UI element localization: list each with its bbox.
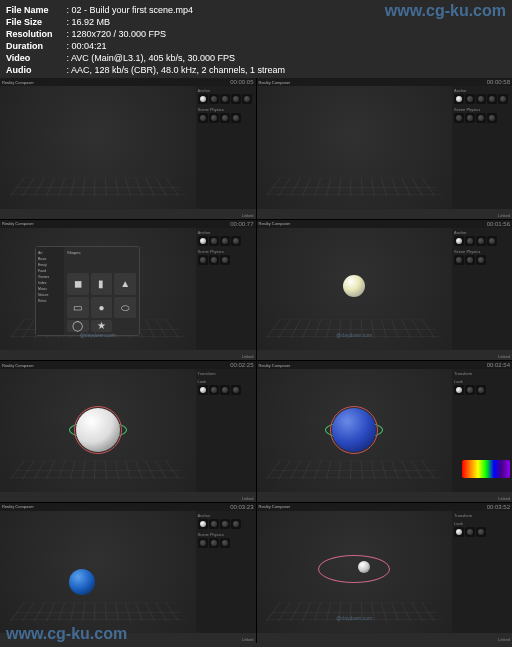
properties-panel[interactable]: Transform Look [196,369,256,492]
resolution-label: Resolution [6,28,64,40]
moon-object[interactable] [358,561,370,573]
file-name-label: File Name [6,4,64,16]
watermark-bottom: www.cg-ku.com [6,625,127,643]
duration-value: 00:04:21 [72,41,107,51]
video-value: AVC (Main@L3.1), 405 kb/s, 30.000 FPS [71,53,235,63]
audio-value: AAC, 128 kb/s (CBR), 48.0 kHz, 2 channel… [71,65,285,75]
thumbnail-grid: Reality Composer 00:00:05 Anchor Scene P… [0,78,512,643]
properties-panel[interactable]: Transform Look [452,369,512,492]
capsule-icon[interactable]: ⬭ [114,297,136,319]
linked-badge: Linked [498,213,510,218]
physics-slot[interactable] [220,113,230,123]
rotate-gizmo-x[interactable] [74,406,122,454]
app-menubar: Reality Composer [257,78,513,86]
viewport[interactable]: Art Basic Emoji Food Games Index Music N… [0,228,196,351]
file-size-value: 16.92 MB [72,17,111,27]
viewport[interactable] [257,86,453,209]
thumbnail-8: Reality Composer 00:03:52 @daydown.com T… [257,503,513,644]
viewport[interactable] [257,369,453,492]
viewport[interactable] [0,369,196,492]
cube-icon[interactable]: ◼ [67,273,89,295]
thumbnail-4: Reality Composer 00:01:56 @daydown.com A… [257,220,513,361]
thumbnail-6: Reality Composer 00:02:54 Transform Look… [257,361,513,502]
app-menubar: Reality Composer [0,220,256,228]
star-icon[interactable]: ★ [91,320,113,331]
timestamp: 00:00:77 [230,221,253,227]
orbit-ring[interactable] [318,555,390,583]
torus-icon[interactable]: ◯ [67,320,89,331]
properties-panel[interactable]: Anchor Scene Physics [196,511,256,634]
anchor-slot[interactable] [231,94,241,104]
audio-label: Audio [6,64,64,76]
shapes-grid: Shapes ◼ ▮ ▲ ▭ ● ⬭ ◯ ★ [64,247,139,335]
sphere-object[interactable] [343,275,365,297]
rotate-gizmo-x[interactable] [330,406,378,454]
physics-slot[interactable] [209,113,219,123]
viewport[interactable] [0,86,196,209]
shapes-library-popup[interactable]: Art Basic Emoji Food Games Index Music N… [35,246,140,336]
thumbnail-1: Reality Composer 00:00:05 Anchor Scene P… [0,78,256,219]
center-watermark: @daydown.com [80,332,116,338]
floor-grid [266,178,442,196]
file-size-label: File Size [6,16,64,28]
box-icon[interactable]: ▭ [67,297,89,319]
media-info: File Name : 02 - Build your first scene.… [6,4,285,76]
physics-slot[interactable] [198,113,208,123]
properties-panel[interactable]: Anchor Scene Physics [196,86,256,209]
thumbnail-5: Reality Composer 00:02:25 Transform Look… [0,361,256,502]
timestamp: 00:00:05 [230,79,253,85]
app-menubar: Reality Composer [0,78,256,86]
anchor-slot[interactable] [242,94,252,104]
watermark-top: www.cg-ku.com [385,2,506,20]
thumbnail-7: Reality Composer 00:03:23 Anchor Scene P… [0,503,256,644]
properties-panel[interactable]: Anchor Scene Physics [452,86,512,209]
properties-panel[interactable]: Anchor Scene Physics [196,228,256,351]
duration-label: Duration [6,40,64,52]
viewport[interactable] [0,511,196,634]
color-picker[interactable] [462,460,510,478]
video-label: Video [6,52,64,64]
anchor-slot[interactable] [198,94,208,104]
linked-badge: Linked [242,213,254,218]
physics-slot[interactable] [231,113,241,123]
shapes-title: Shapes [67,250,136,256]
sphere-object[interactable] [69,569,95,595]
properties-panel[interactable]: Transform Look [452,511,512,634]
file-name-value: 02 - Build your first scene.mp4 [72,5,194,15]
floor-grid [10,178,186,196]
anchor-slot[interactable] [220,94,230,104]
category-item[interactable]: Retro [38,298,62,304]
anchor-label: Anchor [198,88,254,93]
viewport[interactable]: @daydown.com [257,228,453,351]
physics-label: Scene Physics [198,107,254,112]
shapes-categories[interactable]: Art Basic Emoji Food Games Index Music N… [36,247,64,335]
sphere-icon[interactable]: ● [91,297,113,319]
resolution-value: 1280x720 / 30.000 FPS [72,29,167,39]
viewport[interactable]: @daydown.com [257,511,453,634]
thumbnail-3: Reality Composer 00:00:77 Art Basic Emoj… [0,220,256,361]
cone-icon[interactable]: ▲ [114,273,136,295]
cylinder-icon[interactable]: ▮ [91,273,113,295]
anchor-slot[interactable] [209,94,219,104]
thumbnail-2: Reality Composer 00:00:58 Anchor Scene P… [257,78,513,219]
properties-panel[interactable]: Anchor Scene Physics [452,228,512,351]
timestamp: 00:00:58 [487,79,510,85]
